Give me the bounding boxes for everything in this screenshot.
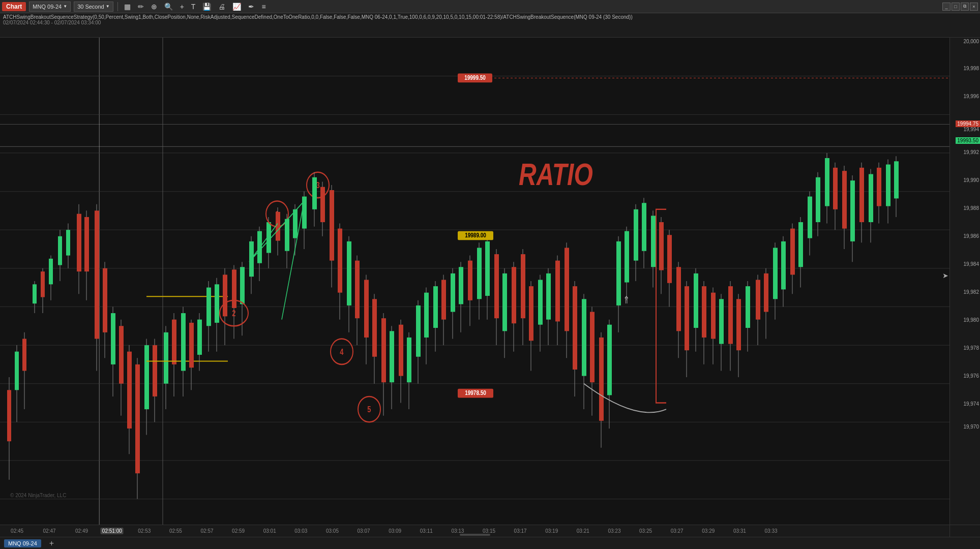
time-0249: 02:49 [75, 528, 88, 534]
svg-rect-134 [468, 261, 472, 300]
svg-rect-70 [232, 269, 236, 308]
svg-rect-199 [719, 299, 724, 344]
chart-tab[interactable]: Chart [2, 2, 26, 11]
svg-rect-168 [616, 241, 621, 306]
svg-text:5: 5 [367, 405, 371, 414]
window-controls: _ □ ⧉ × [942, 3, 978, 11]
svg-rect-98 [338, 229, 342, 293]
chart-svg: 1 3 [0, 38, 949, 525]
svg-rect-104 [355, 261, 360, 318]
svg-rect-45 [135, 364, 140, 473]
svg-rect-86 [293, 209, 298, 238]
svg-rect-170 [625, 231, 629, 283]
svg-rect-78 [266, 222, 271, 253]
instrument-tab[interactable]: MNQ 09-24 [4, 539, 41, 547]
svg-rect-37 [103, 268, 107, 332]
price-19978: 19,978 [963, 345, 979, 351]
add-tab-button[interactable]: + [49, 539, 54, 548]
svg-point-105 [331, 339, 353, 364]
time-0327: 03:27 [671, 528, 684, 534]
save-icon[interactable]: 💾 [200, 1, 213, 12]
svg-rect-17 [15, 352, 19, 390]
price-20000: 20,000 [963, 39, 979, 44]
restore-button[interactable]: ⧉ [961, 3, 969, 11]
price-19984: 19,984 [963, 261, 979, 267]
svg-rect-146 [521, 254, 525, 318]
svg-rect-235 [877, 168, 881, 206]
crosshair-vertical [99, 38, 100, 525]
text-icon[interactable]: T [189, 1, 198, 12]
info-bar: ATCHSwingBreakoutSequenceStrategy(0,50,P… [0, 13, 980, 38]
chart-canvas[interactable]: 1 3 [0, 38, 949, 525]
svg-rect-132 [459, 267, 463, 304]
svg-rect-68 [223, 274, 227, 316]
chevron-down-icon: ▼ [106, 4, 110, 9]
bar-chart-icon[interactable]: ▦ [122, 1, 133, 12]
strategy-name: ATCHSwingBreakoutSequenceStrategy(0,50,P… [3, 14, 977, 20]
svg-rect-116 [390, 331, 394, 382]
svg-rect-88 [302, 197, 307, 229]
minimize-button[interactable]: _ [942, 3, 951, 11]
svg-rect-23 [41, 271, 45, 297]
time-0333: 03:33 [764, 528, 777, 534]
price-19982: 19,982 [963, 289, 979, 295]
print-icon[interactable]: 🖨 [216, 1, 227, 12]
scroll-indicator[interactable] [460, 534, 490, 536]
trend-icon[interactable]: 📈 [230, 1, 243, 12]
time-0247: 02:47 [43, 528, 56, 534]
close-button[interactable]: × [970, 3, 978, 11]
svg-rect-136 [477, 248, 482, 299]
chevron-down-icon: ▼ [63, 4, 67, 9]
indicator-icon[interactable]: ≡ [259, 1, 268, 12]
draw2-icon[interactable]: ✒ [246, 1, 256, 12]
price-19974: 19,974 [963, 401, 979, 407]
svg-text:3: 3 [316, 181, 319, 190]
svg-rect-223 [825, 158, 829, 206]
svg-rect-205 [746, 286, 750, 328]
svg-rect-21 [33, 284, 37, 303]
svg-rect-43 [127, 352, 132, 429]
price-19980: 19,980 [963, 317, 979, 323]
svg-rect-164 [599, 338, 604, 421]
svg-rect-82 [276, 212, 280, 241]
svg-rect-29 [66, 230, 70, 255]
separator [117, 2, 118, 11]
plus-icon[interactable]: + [178, 1, 186, 12]
svg-rect-15 [7, 390, 11, 441]
svg-rect-187 [667, 235, 672, 283]
svg-rect-191 [685, 286, 689, 350]
svg-rect-27 [58, 236, 62, 265]
price-19970: 19,970 [963, 424, 979, 430]
price-19996: 19,996 [963, 94, 979, 99]
svg-rect-203 [736, 299, 741, 350]
svg-rect-197 [711, 293, 716, 339]
svg-rect-225 [833, 168, 838, 209]
svg-rect-72 [240, 267, 245, 304]
zoom-in-icon[interactable]: 🔍 [162, 1, 175, 12]
svg-rect-195 [702, 286, 706, 338]
price-19998: 19,998 [963, 66, 979, 71]
scroll-right-button[interactable]: ➤ [942, 271, 948, 280]
svg-rect-154 [555, 261, 560, 322]
symbol-dropdown[interactable]: MNQ 09-24 ▼ [29, 2, 71, 12]
svg-rect-124 [424, 293, 429, 338]
svg-rect-108 [364, 280, 369, 337]
svg-rect-120 [407, 338, 411, 382]
price-19992: 19,992 [963, 149, 979, 155]
price-axis: 20,000 19,998 19,996 19994.75 19,994 199… [949, 38, 980, 525]
svg-rect-54 [172, 320, 176, 364]
timeframe-dropdown[interactable]: 30 Second ▼ [74, 2, 113, 12]
svg-rect-19 [22, 339, 26, 371]
svg-rect-229 [850, 180, 855, 241]
svg-rect-173 [634, 209, 638, 261]
svg-rect-47 [144, 345, 149, 409]
crosshair-horizontal [0, 124, 949, 125]
svg-rect-227 [842, 171, 847, 228]
svg-rect-96 [330, 190, 334, 261]
svg-point-99 [220, 300, 248, 326]
maximize-button[interactable]: □ [952, 3, 960, 11]
svg-point-79 [266, 201, 288, 226]
crosshair-icon[interactable]: ⊕ [149, 1, 159, 12]
draw-tool-icon[interactable]: ✏ [136, 1, 146, 12]
time-0309: 03:09 [389, 528, 401, 534]
